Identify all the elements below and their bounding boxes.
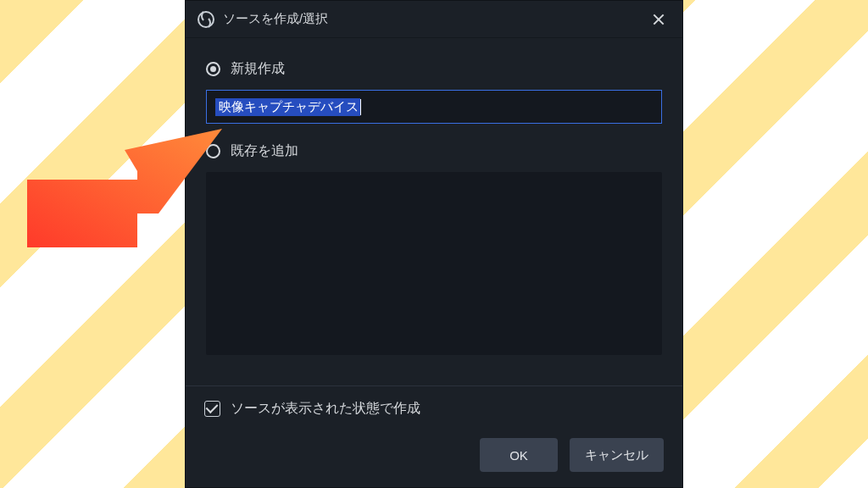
dialog-body: 新規作成 映像キャプチャデバイス 既存を追加 — [186, 38, 682, 385]
existing-sources-list[interactable] — [206, 172, 662, 355]
dialog-title: ソースを作成/選択 — [223, 11, 645, 27]
ok-button[interactable]: OK — [480, 438, 558, 472]
make-visible-checkbox-row[interactable]: ソースが表示された状態で作成 — [204, 400, 664, 418]
make-visible-label: ソースが表示された状態で作成 — [231, 400, 420, 418]
source-name-input[interactable]: 映像キャプチャデバイス — [206, 90, 662, 124]
add-existing-label: 既存を追加 — [231, 142, 298, 160]
dialog-footer: ソースが表示された状態で作成 OK キャンセル — [186, 385, 682, 487]
text-cursor — [360, 99, 361, 115]
checkbox-checked-icon — [204, 401, 220, 417]
close-button[interactable] — [645, 8, 672, 31]
create-source-dialog: ソースを作成/選択 新規作成 映像キャプチャデバイス 既存を追加 ソースが表示さ… — [185, 0, 683, 488]
close-icon — [653, 14, 665, 25]
create-new-radio-row[interactable]: 新規作成 — [206, 60, 662, 78]
obs-icon — [198, 11, 214, 28]
dialog-buttons: OK キャンセル — [204, 438, 664, 472]
input-selected-text: 映像キャプチャデバイス — [215, 98, 360, 116]
cancel-button[interactable]: キャンセル — [570, 438, 664, 472]
create-new-label: 新規作成 — [231, 60, 285, 78]
add-existing-radio-row[interactable]: 既存を追加 — [206, 142, 662, 160]
radio-unselected-icon — [206, 144, 220, 158]
radio-selected-icon — [206, 62, 220, 76]
dialog-titlebar: ソースを作成/選択 — [186, 1, 682, 38]
